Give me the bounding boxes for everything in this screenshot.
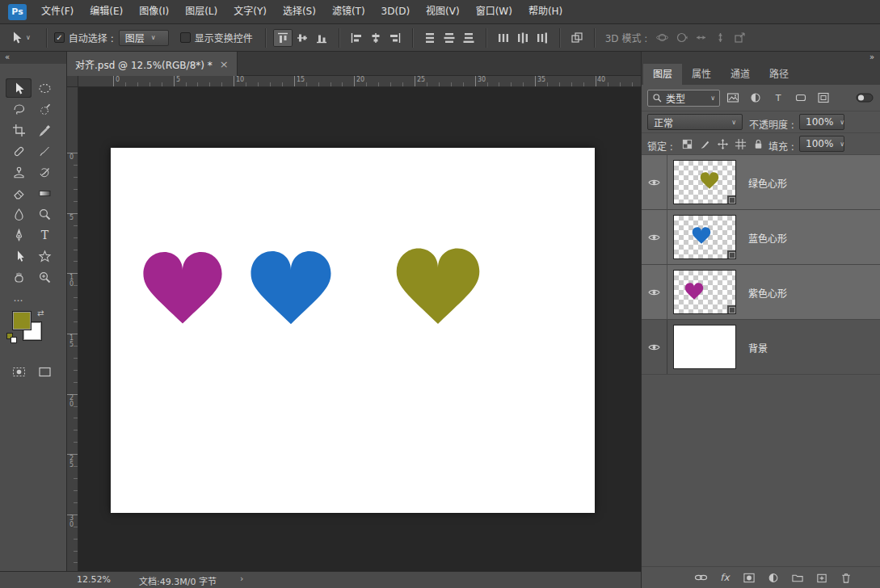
visibility-toggle[interactable] bbox=[642, 155, 667, 209]
blend-mode-dropdown[interactable]: 正常 ∨ bbox=[647, 114, 743, 130]
3d-roll-button[interactable] bbox=[672, 29, 691, 47]
menu-select[interactable]: 选择(S) bbox=[275, 0, 324, 23]
align-top-edges-button[interactable] bbox=[273, 29, 293, 47]
crop-tool[interactable] bbox=[6, 120, 32, 140]
menu-image[interactable]: 图像(I) bbox=[131, 0, 177, 23]
quick-selection-tool[interactable] bbox=[32, 99, 57, 119]
layer-name[interactable]: 背景 bbox=[748, 340, 768, 354]
menu-file[interactable]: 文件(F) bbox=[33, 0, 82, 23]
foreground-color-swatch[interactable] bbox=[13, 312, 31, 330]
history-brush-tool[interactable] bbox=[32, 162, 57, 182]
tab-layers[interactable]: 图层 bbox=[643, 64, 682, 85]
purple-heart-shape[interactable] bbox=[139, 243, 226, 329]
visibility-toggle[interactable] bbox=[642, 210, 667, 264]
filter-smart-objects-button[interactable] bbox=[814, 89, 833, 107]
menu-type[interactable]: 文字(Y) bbox=[225, 0, 275, 23]
filter-adjustment-layers-button[interactable] bbox=[746, 89, 765, 107]
screen-mode-button[interactable] bbox=[32, 362, 57, 381]
blur-tool[interactable] bbox=[6, 204, 32, 224]
layer-name[interactable]: 蓝色心形 bbox=[748, 230, 787, 244]
align-horizontal-centers-button[interactable] bbox=[366, 29, 385, 47]
elliptical-marquee-tool[interactable] bbox=[32, 78, 57, 98]
distribute-right-edges-button[interactable] bbox=[533, 29, 552, 47]
new-group-button[interactable] bbox=[789, 569, 806, 586]
swap-colors-icon[interactable]: ⇄ bbox=[37, 309, 44, 317]
lock-position-button[interactable] bbox=[714, 136, 731, 152]
layer-row-blue-heart[interactable]: 蓝色心形 bbox=[642, 210, 880, 265]
lock-image-button[interactable] bbox=[697, 136, 713, 152]
lasso-tool[interactable] bbox=[6, 99, 32, 119]
clone-stamp-tool[interactable] bbox=[6, 162, 32, 182]
3d-scale-button[interactable] bbox=[730, 29, 749, 47]
type-tool[interactable]: T bbox=[32, 225, 57, 245]
align-right-edges-button[interactable] bbox=[385, 29, 405, 47]
menu-edit[interactable]: 编辑(E) bbox=[82, 0, 131, 23]
document-canvas[interactable] bbox=[111, 148, 595, 513]
tool-preset-picker[interactable]: ∨ bbox=[10, 31, 31, 44]
filter-shape-layers-button[interactable] bbox=[791, 89, 811, 107]
layer-thumbnail[interactable] bbox=[673, 325, 736, 369]
zoom-level-field[interactable]: 12.52% bbox=[77, 574, 111, 585]
path-selection-tool[interactable] bbox=[6, 246, 32, 266]
align-vertical-centers-button[interactable] bbox=[293, 29, 312, 47]
filter-type-dropdown[interactable]: 类型 ∨ bbox=[647, 90, 720, 107]
edit-toolbar-ellipsis[interactable]: … bbox=[6, 288, 32, 308]
blue-heart-shape[interactable] bbox=[246, 243, 335, 329]
opacity-dropdown[interactable]: 100% ∨ bbox=[799, 114, 844, 130]
auto-select-target-dropdown[interactable]: 图层 ∨ bbox=[119, 30, 169, 46]
align-bottom-edges-button[interactable] bbox=[312, 29, 331, 47]
link-layers-button[interactable] bbox=[693, 569, 709, 586]
eyedropper-tool[interactable] bbox=[32, 120, 57, 140]
collapse-panel-icon[interactable]: » bbox=[869, 52, 874, 61]
menu-help[interactable]: 帮助(H) bbox=[520, 0, 571, 23]
lock-transparency-button[interactable] bbox=[679, 136, 695, 152]
layer-name[interactable]: 绿色心形 bbox=[748, 175, 787, 189]
layer-thumbnail[interactable] bbox=[673, 270, 736, 314]
distribute-vertical-centers-button[interactable] bbox=[440, 29, 459, 47]
close-tab-icon[interactable]: × bbox=[220, 59, 229, 69]
healing-brush-tool[interactable] bbox=[6, 141, 32, 161]
tab-channels[interactable]: 通道 bbox=[721, 64, 760, 85]
green-heart-shape[interactable] bbox=[392, 240, 484, 329]
layer-effects-button[interactable]: fx bbox=[717, 569, 733, 586]
3d-orbit-button[interactable] bbox=[652, 29, 672, 47]
show-transform-checkbox[interactable] bbox=[180, 32, 191, 43]
layer-row-purple-heart[interactable]: 紫色心形 bbox=[642, 265, 880, 320]
brush-tool[interactable] bbox=[32, 141, 57, 161]
new-adjustment-layer-button[interactable] bbox=[765, 569, 781, 586]
move-tool[interactable] bbox=[6, 78, 32, 98]
delete-layer-button[interactable] bbox=[838, 569, 854, 586]
quick-mask-button[interactable] bbox=[6, 362, 32, 381]
layer-thumbnail[interactable] bbox=[673, 215, 736, 259]
menu-window[interactable]: 窗口(W) bbox=[468, 0, 520, 23]
3d-pan-button[interactable] bbox=[691, 29, 710, 47]
align-left-edges-button[interactable] bbox=[347, 29, 366, 47]
add-layer-mask-button[interactable] bbox=[741, 569, 757, 586]
pen-tool[interactable] bbox=[6, 225, 32, 245]
filter-pixel-layers-button[interactable] bbox=[723, 89, 743, 107]
custom-shape-tool[interactable] bbox=[32, 246, 57, 266]
filter-type-layers-button[interactable]: T bbox=[768, 89, 788, 107]
3d-slide-button[interactable] bbox=[710, 29, 730, 47]
collapse-panel-icon[interactable]: « bbox=[5, 52, 10, 61]
menu-layer[interactable]: 图层(L) bbox=[177, 0, 225, 23]
distribute-bottom-edges-button[interactable] bbox=[459, 29, 478, 47]
menu-view[interactable]: 视图(V) bbox=[418, 0, 468, 23]
menu-3d[interactable]: 3D(D) bbox=[373, 0, 418, 23]
layer-thumbnail[interactable] bbox=[673, 160, 736, 204]
hand-tool[interactable] bbox=[6, 267, 32, 287]
document-tab[interactable]: 对齐.psd @ 12.5%(RGB/8*) * × bbox=[67, 52, 238, 76]
gradient-tool[interactable] bbox=[32, 183, 57, 203]
status-menu-chevron-icon[interactable]: › bbox=[240, 573, 243, 584]
layer-row-green-heart[interactable]: 绿色心形 bbox=[642, 155, 880, 210]
visibility-toggle[interactable] bbox=[642, 265, 667, 319]
visibility-toggle[interactable] bbox=[642, 320, 667, 374]
default-colors-icon[interactable] bbox=[6, 333, 18, 344]
new-layer-button[interactable] bbox=[814, 569, 830, 586]
auto-select-checkbox[interactable]: ✓ bbox=[54, 32, 65, 43]
eraser-tool[interactable] bbox=[6, 183, 32, 203]
tab-properties[interactable]: 属性 bbox=[682, 64, 721, 85]
menu-filter[interactable]: 滤镜(T) bbox=[324, 0, 373, 23]
distribute-horizontal-centers-button[interactable] bbox=[513, 29, 533, 47]
distribute-left-edges-button[interactable] bbox=[494, 29, 513, 47]
